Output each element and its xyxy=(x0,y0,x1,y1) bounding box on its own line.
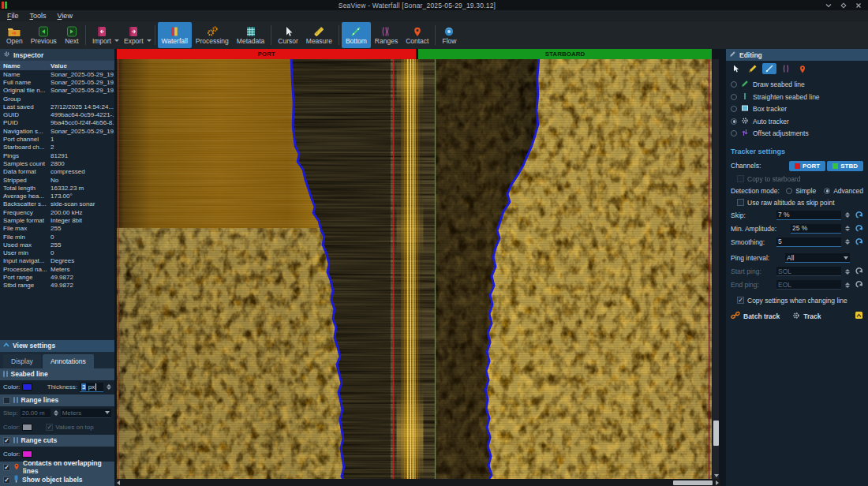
table-row[interactable]: Input navigat...Degrees xyxy=(0,257,114,265)
smoothing-stepper[interactable] xyxy=(845,239,850,245)
range-cuts-section[interactable]: Range cuts xyxy=(0,435,114,447)
port-channel-toggle[interactable]: PORT xyxy=(789,161,825,171)
horizontal-scrollbar-thumb[interactable] xyxy=(673,480,713,485)
table-row[interactable]: Backscatter s...side-scan sonar xyxy=(0,200,114,208)
table-header[interactable]: Name Value xyxy=(0,61,114,70)
ranges-tool-button[interactable] xyxy=(779,63,793,74)
table-row[interactable]: Frequency200.00 kHz xyxy=(0,208,114,216)
values-on-top-checkbox[interactable] xyxy=(46,424,53,431)
maximize-icon[interactable] xyxy=(840,2,847,9)
table-row[interactable]: Total length16332.23 m xyxy=(0,184,114,192)
table-row[interactable]: File max255 xyxy=(0,225,114,233)
range-lines-color-swatch[interactable] xyxy=(22,424,32,431)
table-row[interactable]: Starboard ch...2 xyxy=(0,144,114,151)
radio-icon[interactable] xyxy=(731,130,737,136)
track-tool-button[interactable] xyxy=(762,63,776,74)
table-row[interactable]: Last saved27/12/2025 14:54:24... xyxy=(0,103,114,110)
range-cuts-checkbox[interactable] xyxy=(3,437,10,444)
menu-view[interactable]: View xyxy=(53,11,79,21)
flow-button[interactable]: Flow xyxy=(438,22,460,48)
step-unit-select[interactable]: Meters xyxy=(61,409,111,418)
table-row[interactable]: Used max255 xyxy=(0,241,114,249)
open-button[interactable]: Open xyxy=(2,22,27,48)
next-button[interactable]: Next xyxy=(61,22,83,48)
import-button[interactable]: Import xyxy=(88,22,115,48)
table-row[interactable]: Port range49.9872 xyxy=(0,273,114,281)
ranges-button[interactable]: Ranges xyxy=(371,22,402,48)
table-row[interactable]: Full nameSonar_2025-05-29_19... xyxy=(0,78,114,86)
min-amplitude-stepper[interactable] xyxy=(845,226,850,231)
start-ping-input[interactable]: SOL xyxy=(776,267,841,276)
min-amplitude-input[interactable]: 25 % xyxy=(791,224,841,234)
thickness-input[interactable]: 3 px xyxy=(80,383,103,392)
batch-track-button[interactable]: Batch track xyxy=(743,312,780,320)
option-box-tracker[interactable]: Box tracker xyxy=(731,104,863,114)
skip-input[interactable]: 7 % xyxy=(776,211,841,220)
contact-tool-button[interactable] xyxy=(795,63,810,74)
note-icon[interactable] xyxy=(855,311,863,321)
menu-file[interactable]: File xyxy=(2,11,25,21)
thickness-stepper[interactable] xyxy=(107,384,111,390)
simple-radio[interactable] xyxy=(786,188,792,194)
contact-button[interactable]: Contact xyxy=(402,22,432,48)
table-row[interactable]: Average hea...173.00° xyxy=(0,192,114,200)
range-lines-section[interactable]: Range lines xyxy=(0,394,114,406)
show-object-labels-checkbox[interactable] xyxy=(3,477,10,484)
option-auto-tracker[interactable]: Auto tracker xyxy=(731,117,863,126)
undo-icon[interactable] xyxy=(855,237,863,247)
smoothing-input[interactable]: 5 xyxy=(776,237,841,247)
seabed-line-section[interactable]: Seabed line xyxy=(0,368,114,380)
import-dropdown-icon[interactable] xyxy=(114,39,119,42)
start-ping-stepper[interactable] xyxy=(845,269,850,275)
tab-annotations[interactable]: Annotations xyxy=(43,354,94,368)
option-offset-adjustments[interactable]: Offset adjustments xyxy=(731,129,863,138)
waterfall-button[interactable]: Waterfall xyxy=(158,22,192,48)
tab-display[interactable]: Display xyxy=(3,354,41,368)
radio-icon[interactable] xyxy=(731,106,737,112)
advanced-radio[interactable] xyxy=(824,188,830,194)
copy-settings-checkbox[interactable] xyxy=(737,297,744,304)
range-cuts-color-swatch[interactable] xyxy=(22,450,32,458)
draw-tool-button[interactable] xyxy=(746,63,760,74)
undo-icon[interactable] xyxy=(855,211,863,220)
step-stepper[interactable] xyxy=(54,410,58,416)
undo-icon[interactable] xyxy=(855,224,863,234)
vertical-scrollbar[interactable] xyxy=(712,59,719,479)
measure-button[interactable]: Measure xyxy=(302,22,336,48)
option-draw-seabed-line[interactable]: Draw seabed line xyxy=(731,80,863,89)
show-object-labels-row[interactable]: Show object labels xyxy=(0,473,114,486)
table-row[interactable]: Sample formatInteger 8bit xyxy=(0,216,114,224)
table-row[interactable]: PUID9ba45cc0-f24f-4b56-8... xyxy=(0,119,114,127)
radio-icon[interactable] xyxy=(731,81,737,88)
table-row[interactable]: Processed na...Meters xyxy=(0,265,114,273)
cursor-button[interactable]: Cursor xyxy=(274,22,302,48)
minimize-icon[interactable] xyxy=(825,2,832,9)
contacts-overlap-checkbox[interactable] xyxy=(3,464,10,471)
metadata-button[interactable]: Metadata xyxy=(233,22,268,48)
scroll-right-icon[interactable] xyxy=(716,480,719,485)
menu-tools[interactable]: Tools xyxy=(25,11,53,21)
vertical-scrollbar-thumb[interactable] xyxy=(713,421,719,446)
track-button[interactable]: Track xyxy=(803,312,821,320)
stbd-channel-toggle[interactable]: STBD xyxy=(827,161,863,171)
range-lines-checkbox[interactable] xyxy=(3,397,10,404)
contacts-overlap-row[interactable]: Contacts on overlapping lines xyxy=(0,462,114,474)
table-row[interactable]: Pings81291 xyxy=(0,151,114,159)
step-input[interactable]: 20.00 m xyxy=(21,409,51,418)
horizontal-scrollbar[interactable] xyxy=(114,479,720,486)
use-raw-altitude-checkbox[interactable] xyxy=(737,199,744,206)
close-icon[interactable] xyxy=(855,2,862,9)
option-straighten-seabed-line[interactable]: Straighten seabed line xyxy=(731,92,863,102)
bottom-button[interactable]: Bottom xyxy=(342,22,371,48)
table-row[interactable]: Samples count2800 xyxy=(0,159,114,167)
view-settings-header[interactable]: View settings xyxy=(0,340,114,352)
radio-icon[interactable] xyxy=(731,94,737,100)
table-row[interactable]: User min0 xyxy=(0,249,114,257)
ping-interval-select[interactable]: All xyxy=(785,253,850,263)
table-row[interactable]: StrippedNo xyxy=(0,176,114,184)
table-row[interactable]: Group xyxy=(0,95,114,103)
radio-icon-selected[interactable] xyxy=(731,118,737,125)
select-tool-button[interactable] xyxy=(729,63,743,74)
copy-to-starboard-checkbox[interactable] xyxy=(737,175,744,182)
table-row[interactable]: Navigation s...Sonar_2025-05-29_19... xyxy=(0,127,114,135)
